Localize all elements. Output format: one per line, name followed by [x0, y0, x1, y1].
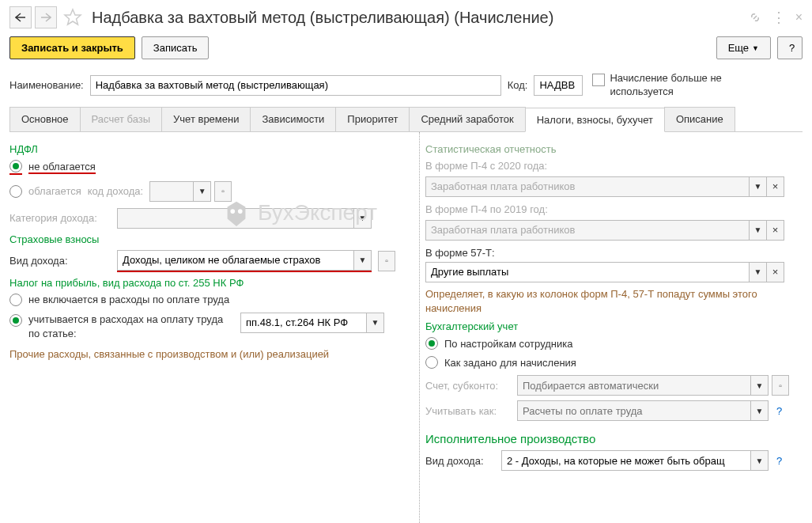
income-type-open[interactable]: ▫ — [378, 251, 395, 271]
nav-forward-button[interactable] — [35, 6, 57, 28]
p4-2020-clear: × — [767, 176, 784, 197]
save-close-button[interactable]: Записать и закрыть — [9, 36, 135, 59]
close-icon[interactable]: × — [795, 10, 803, 25]
p4-2020-dropdown: ▼ — [750, 176, 767, 197]
p4-2019-clear: × — [767, 220, 784, 241]
account-label: Счет, субконто: — [425, 380, 512, 392]
f57t-label: В форме 57-Т: — [425, 247, 803, 259]
not-included-radio[interactable] — [9, 294, 22, 306]
account-open: ▫ — [772, 375, 789, 396]
income-category-label: Категория дохода: — [9, 212, 112, 224]
enforce-help-link[interactable]: ? — [776, 455, 782, 467]
by-accrual-label[interactable]: Как задано для начисления — [444, 357, 576, 369]
link-icon[interactable] — [748, 10, 762, 25]
stat-section-title: Статистическая отчетность — [425, 143, 803, 155]
tab-taxes[interactable]: Налоги, взносы, бухучет — [525, 108, 665, 132]
nav-back-button[interactable] — [9, 6, 32, 28]
arrow-left-icon — [15, 13, 26, 22]
f57t-clear[interactable]: × — [767, 262, 784, 282]
tab-description[interactable]: Описание — [664, 107, 735, 131]
enforce-label: Вид дохода: — [425, 455, 497, 467]
enforce-field[interactable] — [501, 450, 751, 471]
notused-checkbox[interactable] — [592, 74, 605, 86]
code-label: Код: — [508, 79, 528, 91]
tab-time[interactable]: Учет времени — [161, 107, 251, 131]
account-field — [517, 375, 751, 396]
consider-dropdown: ▼ — [751, 400, 769, 421]
code-field[interactable] — [534, 75, 583, 96]
income-category-dropdown: ▼ — [354, 208, 372, 229]
consider-label: Учитывать как: — [425, 405, 512, 417]
tab-base[interactable]: Расчет базы — [80, 107, 163, 131]
p4-2020-field — [425, 176, 750, 197]
income-code-field — [149, 181, 194, 202]
menu-icon[interactable]: ⋮ — [772, 9, 786, 26]
p4-2019-field — [425, 220, 750, 241]
save-button[interactable]: Записать — [142, 36, 210, 59]
by-employee-radio[interactable] — [425, 337, 438, 350]
by-employee-label[interactable]: По настройкам сотрудника — [444, 338, 572, 350]
tab-main[interactable]: Основное — [9, 107, 81, 131]
tab-priority[interactable]: Приоритет — [335, 107, 410, 131]
included-radio[interactable] — [9, 314, 22, 327]
more-button[interactable]: Еще ▼ — [716, 36, 771, 59]
help-button[interactable]: ? — [777, 36, 803, 59]
by-accrual-radio[interactable] — [425, 356, 438, 369]
income-code-open: ▫ — [214, 181, 232, 202]
other-expenses-text: Прочие расходы, связанные с производство… — [9, 347, 413, 362]
enforce-dropdown[interactable]: ▼ — [751, 450, 769, 471]
favorite-star-icon[interactable] — [63, 8, 82, 27]
tab-average[interactable]: Средний заработок — [409, 107, 525, 131]
enforcement-section-title: Исполнительное производство — [425, 432, 803, 445]
included-label[interactable]: учитывается в расходах на оплату труда п… — [28, 313, 234, 341]
p4-2019-dropdown: ▼ — [750, 220, 767, 241]
accounting-section-title: Бухгалтерский учет — [425, 320, 803, 332]
article-dropdown[interactable]: ▼ — [367, 313, 384, 333]
stat-note: Определяет, в какую из колонок форм П-4,… — [425, 287, 803, 316]
income-code-dropdown: ▼ — [194, 181, 211, 202]
p4-2019-label: В форме П-4 по 2019 год: — [425, 203, 803, 215]
ndfl-not-taxed-radio[interactable] — [9, 160, 22, 172]
article-field[interactable] — [240, 313, 367, 333]
chevron-down-icon: ▼ — [752, 44, 759, 52]
ndfl-taxed-radio[interactable] — [9, 185, 22, 198]
f57t-field[interactable] — [425, 262, 750, 282]
more-label: Еще — [728, 42, 749, 54]
arrow-right-icon — [40, 13, 51, 22]
name-label: Наименование: — [9, 79, 84, 91]
ndfl-taxed-label[interactable]: облагается — [28, 185, 81, 197]
income-type-dropdown[interactable]: ▼ — [354, 250, 372, 271]
p4-2020-label: В форме П-4 с 2020 года: — [425, 160, 803, 172]
insurance-section-title: Страховые взносы — [9, 233, 413, 245]
tab-deps[interactable]: Зависимости — [250, 107, 336, 131]
page-title: Надбавка за вахтовый метод (выстреливающ… — [92, 9, 745, 27]
account-dropdown: ▼ — [751, 375, 769, 396]
income-code-label: код дохода: — [88, 185, 143, 197]
not-included-label[interactable]: не включается в расходы по оплате труда — [28, 294, 229, 305]
income-type-field[interactable] — [117, 250, 354, 271]
income-category-field — [117, 208, 354, 229]
consider-help-link[interactable]: ? — [776, 405, 782, 417]
name-field[interactable] — [90, 75, 501, 96]
ndfl-section-title: НДФЛ — [9, 143, 413, 155]
consider-field — [517, 400, 751, 421]
notused-label: Начисление больше не используется — [610, 72, 744, 99]
profit-tax-section-title: Налог на прибыль, вид расхода по ст. 255… — [9, 277, 413, 289]
f57t-dropdown[interactable]: ▼ — [750, 262, 767, 282]
ndfl-not-taxed-label[interactable]: не облагается — [28, 161, 96, 174]
income-type-label: Вид дохода: — [9, 255, 112, 267]
